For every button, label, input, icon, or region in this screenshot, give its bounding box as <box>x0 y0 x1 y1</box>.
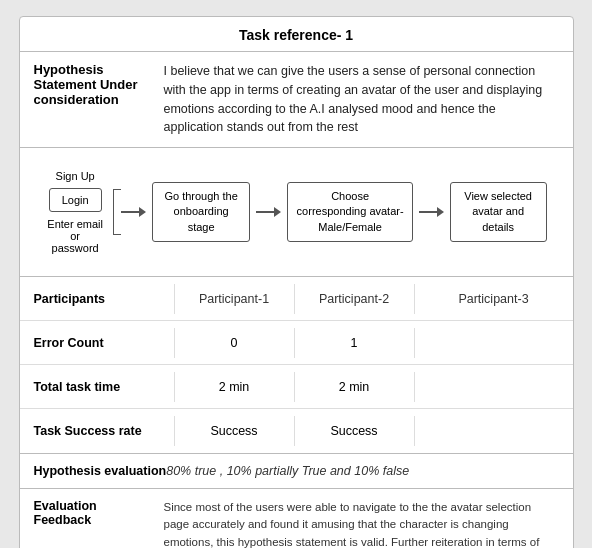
task-time-row: Total task time 2 min 2 min <box>20 365 573 409</box>
participants-label: Participants <box>20 284 175 314</box>
evaluation-value: 80% true , 10% partially True and 10% fa… <box>166 464 409 478</box>
feedback-label: Evaluation Feedback <box>34 499 164 527</box>
flow-section: Sign Up Login Enter email or password Go… <box>20 148 573 277</box>
horiz-line-1 <box>121 211 139 213</box>
arrow-1 <box>139 207 146 217</box>
task-time-label: Total task time <box>20 372 175 402</box>
error-count-row: Error Count 0 1 <box>20 321 573 365</box>
flow-diagram: Sign Up Login Enter email or password Go… <box>30 162 563 262</box>
success-label: Task Success rate <box>20 416 175 446</box>
login-node: Sign Up Login Enter email or password <box>46 170 105 254</box>
hypothesis-text: I believe that we can give the users a s… <box>164 62 559 137</box>
error-count-label: Error Count <box>20 328 175 358</box>
signup-label: Sign Up <box>56 170 95 182</box>
card-title: Task reference- 1 <box>20 17 573 52</box>
step3-box: Choose corresponding avatar- Male/Female <box>287 182 412 242</box>
participant-3-header: Participant-3 <box>415 284 573 314</box>
hypothesis-row: Hypothesis Statement Under consideration… <box>20 52 573 148</box>
main-card: Task reference- 1 Hypothesis Statement U… <box>19 16 574 548</box>
login-box: Login <box>49 188 102 212</box>
time-p1: 2 min <box>175 372 295 402</box>
success-p1: Success <box>175 416 295 446</box>
success-rate-row: Task Success rate Success Success <box>20 409 573 453</box>
success-p3 <box>415 423 573 439</box>
time-p2: 2 min <box>295 372 415 402</box>
feedback-row: Evaluation Feedback Since most of the us… <box>20 489 573 548</box>
participants-row: Participants Participant-1 Participant-2… <box>20 277 573 321</box>
horiz-line-2 <box>256 211 274 213</box>
error-p2: 1 <box>295 328 415 358</box>
feedback-text: Since most of the users were able to nav… <box>164 499 559 548</box>
step4-box: View selected avatar and details <box>450 182 547 242</box>
connector-1 <box>111 189 146 235</box>
data-table: Participants Participant-1 Participant-2… <box>20 277 573 454</box>
connector-2 <box>256 207 281 217</box>
evaluation-label: Hypothesis evaluation <box>34 464 167 478</box>
hypothesis-label: Hypothesis Statement Under consideration <box>34 62 164 107</box>
connector-3 <box>419 207 444 217</box>
time-p3 <box>415 379 573 395</box>
email-label: Enter email or password <box>46 218 105 254</box>
error-p1: 0 <box>175 328 295 358</box>
arrow-2 <box>274 207 281 217</box>
evaluation-row: Hypothesis evaluation 80% true , 10% par… <box>20 454 573 489</box>
participant-2-header: Participant-2 <box>295 284 415 314</box>
success-p2: Success <box>295 416 415 446</box>
step2-box: Go through the onboarding stage <box>152 182 251 242</box>
arrow-3 <box>437 207 444 217</box>
horiz-line-3 <box>419 211 437 213</box>
participant-1-header: Participant-1 <box>175 284 295 314</box>
error-p3 <box>415 335 573 351</box>
vert-bracket <box>113 189 121 235</box>
